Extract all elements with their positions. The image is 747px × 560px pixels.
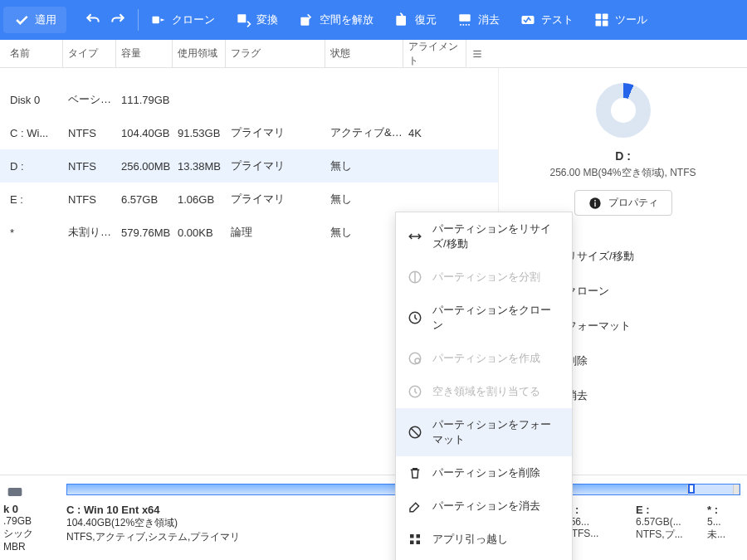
svg-rect-6 <box>596 14 602 20</box>
partition-table: Disk 0 ベーシック... 111.79GB C : Wi... NTFS … <box>0 68 498 475</box>
partition-info-unallocated[interactable]: * : 5... 未... <box>707 504 740 544</box>
side-subtitle: 256.00 MB(94%空き領域), NTFS <box>510 166 735 180</box>
context-menu: パーティションをリサイズ/移動 パーティションを分割 パーティションをクローン … <box>395 212 573 560</box>
migrate-icon <box>408 532 422 547</box>
clone-button[interactable]: クローン <box>150 12 215 28</box>
ctx-create: パーティションを作成 <box>396 342 572 375</box>
ctx-resize[interactable]: パーティションをリサイズ/移動 <box>396 212 572 261</box>
test-button[interactable]: テスト <box>520 12 574 28</box>
ctx-erase[interactable]: パーティションを消去 <box>396 489 572 523</box>
svg-rect-21 <box>410 541 414 545</box>
col-settings[interactable] <box>466 40 495 67</box>
erase-button[interactable]: 消去 <box>456 12 500 28</box>
svg-rect-8 <box>596 21 602 27</box>
table-row-selected[interactable]: D : NTFS 256.00MB 13.38MB プライマリ 無し <box>0 149 498 183</box>
ctx-clone[interactable]: パーティションをクローン <box>396 294 572 342</box>
bar-segment-c[interactable] <box>67 485 688 494</box>
allocate-icon <box>408 384 422 399</box>
separator <box>138 9 139 31</box>
erase-icon <box>456 12 473 28</box>
columns-gear-icon <box>471 48 483 60</box>
info-icon <box>588 197 602 210</box>
svg-rect-20 <box>417 534 421 538</box>
properties-button[interactable]: プロパティ <box>574 190 672 216</box>
free-space-icon <box>298 12 315 28</box>
svg-point-31 <box>594 199 596 201</box>
svg-rect-0 <box>153 17 159 23</box>
delete-icon <box>408 465 422 480</box>
column-headers: 名前 タイプ 容量 使用領域 フラグ 状態 アライメント <box>0 40 747 68</box>
table-row[interactable]: C : Wi... NTFS 104.40GB 91.53GB プライマリ アク… <box>0 116 498 149</box>
partition-info-e[interactable]: E : 6.57GB(... NTFS,プ... <box>636 504 689 544</box>
undo-icon[interactable] <box>85 12 101 28</box>
resize-icon <box>408 229 422 244</box>
restore-icon <box>393 12 410 28</box>
svg-rect-32 <box>8 488 22 496</box>
ctx-delete[interactable]: パーティションを削除 <box>396 456 572 489</box>
tools-icon <box>593 12 610 28</box>
ctx-format[interactable]: パーティションをフォーマット <box>396 408 572 456</box>
disk-map: k 0 .79GB シック MBR C : Win 10 Ent x64 104… <box>0 475 747 560</box>
convert-button[interactable]: 変換 <box>235 12 278 28</box>
col-alignment[interactable]: アライメント <box>403 40 466 67</box>
svg-rect-30 <box>594 202 595 206</box>
svg-rect-22 <box>417 541 421 545</box>
check-icon <box>13 12 30 28</box>
disk-icon <box>3 484 27 500</box>
ctx-advanced[interactable]: 詳細処理 ▶ <box>396 556 572 560</box>
svg-point-16 <box>415 358 420 363</box>
disk-info[interactable]: k 0 .79GB シック MBR <box>0 484 53 560</box>
free-space-button[interactable]: 空間を解放 <box>298 12 374 28</box>
col-used[interactable]: 使用領域 <box>173 40 226 67</box>
svg-rect-2 <box>300 17 309 26</box>
ctx-migrate[interactable]: アプリ引っ越し <box>396 523 572 556</box>
test-icon <box>520 12 536 28</box>
table-row[interactable]: E : NTFS 6.57GB 1.06GB プライマリ 無し <box>0 183 498 216</box>
col-flag[interactable]: フラグ <box>226 40 325 67</box>
tools-button[interactable]: ツール <box>593 12 647 28</box>
svg-rect-7 <box>603 14 608 20</box>
convert-icon <box>235 12 251 28</box>
create-icon <box>408 351 422 366</box>
redo-icon[interactable] <box>110 12 126 28</box>
apply-label: 適用 <box>35 12 56 27</box>
col-name[interactable]: 名前 <box>5 40 63 67</box>
col-capacity[interactable]: 容量 <box>116 40 173 67</box>
restore-button[interactable]: 復元 <box>393 12 437 28</box>
svg-rect-1 <box>237 14 246 22</box>
svg-rect-9 <box>603 21 608 27</box>
ctx-split: パーティションを分割 <box>396 261 572 294</box>
bar-segment-d-selected[interactable] <box>688 484 695 494</box>
svg-rect-19 <box>410 534 414 538</box>
bar-segment-unallocated[interactable] <box>734 485 740 494</box>
bar-segment-e[interactable] <box>695 485 735 494</box>
split-icon <box>408 270 422 285</box>
col-type[interactable]: タイプ <box>63 40 116 67</box>
clone-icon <box>150 12 167 28</box>
side-title: D : <box>510 149 735 163</box>
svg-rect-4 <box>459 14 470 21</box>
main-toolbar: 適用 クローン 変換 空間を解放 復元 消去 テスト ツール <box>0 0 747 40</box>
table-row[interactable]: Disk 0 ベーシック... 111.79GB <box>0 83 498 116</box>
usage-pie-chart <box>596 83 651 138</box>
clone-icon <box>408 310 422 325</box>
format-icon <box>408 425 422 440</box>
col-state[interactable]: 状態 <box>325 40 403 67</box>
ctx-allocate: 空き領域を割り当てる <box>396 375 572 408</box>
erase-icon <box>408 499 422 514</box>
apply-button[interactable]: 適用 <box>3 7 66 33</box>
